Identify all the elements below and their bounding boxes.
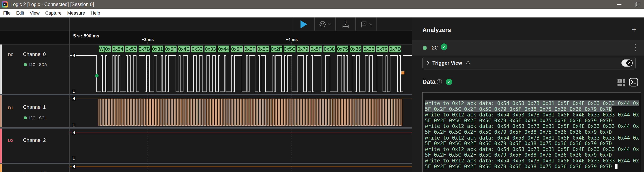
- level-label-h: H: [72, 53, 76, 58]
- timeline-offset-label: 5 s : 590 ms: [73, 33, 99, 39]
- level-label-h: H: [72, 165, 76, 169]
- channel-color-strip: [0, 129, 2, 163]
- title-bar: Logic 2 [Logic - Connected] [Session 0]: [0, 0, 644, 9]
- i2c-decode-bubble[interactable]: 0x5F: [231, 46, 243, 52]
- waveform-canvas: [70, 45, 412, 172]
- channel-name[interactable]: Channel 3: [23, 171, 46, 172]
- i2c-decode-bubble[interactable]: 0x5C: [284, 46, 296, 52]
- play-icon: [300, 20, 307, 28]
- minimize-button[interactable]: [614, 0, 624, 9]
- i2c-decode-bubble[interactable]: 0x53: [125, 46, 137, 52]
- start-capture-button[interactable]: [294, 17, 314, 31]
- i2c-decode-bubble[interactable]: 0x5F: [165, 46, 176, 52]
- terminal-view-icon[interactable]: [629, 78, 638, 86]
- capture-toolbar: 1F 3: [0, 17, 412, 31]
- terminal-entry[interactable]: write to 0x12 ack data: 0x54 0x53 0x7B 0…: [425, 158, 640, 170]
- channel-analyzer-tag: I2C - SCL: [24, 116, 46, 120]
- i2c-decode-bubble[interactable]: 0x54: [112, 46, 124, 52]
- timeline-tick-label: +3 ms: [142, 37, 154, 42]
- menu-file[interactable]: File: [3, 10, 10, 16]
- channel-separator[interactable]: [0, 127, 412, 129]
- terminal-entry[interactable]: write to 0x12 ack data: 0x54 0x53 0x7B 0…: [425, 124, 640, 135]
- analyzer-dot-icon: [24, 116, 27, 119]
- menu-bar: FileEditViewCaptureMeasureHelp: [0, 9, 644, 17]
- level-label-h: H: [72, 96, 76, 101]
- i2c-decode-bubble[interactable]: 0x31: [152, 46, 164, 52]
- terminal-entry[interactable]: write to 0x12 ack data: 0x54 0x53 0x7B 0…: [425, 135, 640, 147]
- annotations-button[interactable]: [356, 17, 376, 31]
- level-label-l: L: [72, 156, 76, 161]
- analyzers-panel: Analyzers + I2C ✓ Trigger View ⚠ ✓ Data …: [412, 17, 644, 172]
- trigger-view-section[interactable]: Trigger View ⚠ ✓: [422, 57, 636, 70]
- i2c-decode-bubble[interactable]: 0x4E: [178, 46, 190, 52]
- i2c-decode-bubble[interactable]: 0x7B: [138, 46, 150, 52]
- channel-color-strip: [0, 45, 2, 94]
- trigger-view-toggle[interactable]: ✓: [622, 60, 633, 67]
- chevron-down-icon: [328, 23, 331, 25]
- table-view-icon[interactable]: [617, 79, 625, 86]
- menu-capture[interactable]: Capture: [45, 10, 62, 16]
- menu-help[interactable]: Help: [91, 10, 100, 16]
- timeline-ruler[interactable]: 5 s : 590 ms +3 ms +4 ms: [0, 31, 412, 44]
- analyzer-color-swatch: [423, 46, 426, 50]
- i2c-decode-bubble[interactable]: 0x36: [363, 46, 375, 52]
- i2c-decode-bubble[interactable]: 0x2F: [271, 46, 282, 52]
- menu-edit[interactable]: Edit: [16, 10, 24, 16]
- analyzer-row-i2c[interactable]: I2C ✓: [412, 40, 644, 56]
- i2c-decode-bubble[interactable]: 0x75: [336, 46, 348, 52]
- i2c-start-marker: [95, 74, 99, 78]
- analyzer-menu-button[interactable]: [635, 44, 636, 52]
- level-label-h: H: [72, 131, 76, 135]
- i2c-decode-bubble[interactable]: 0x36: [350, 46, 362, 52]
- i2c-decode-bubble[interactable]: 0x33: [191, 46, 203, 52]
- restore-button[interactable]: [633, 0, 642, 9]
- i2c-decode-bubble[interactable]: 0x79: [376, 46, 388, 52]
- timeline-tick-label: +4 ms: [286, 37, 298, 42]
- data-terminal[interactable]: write to 0x12 ack data: 0x54 0x53 0x7B 0…: [422, 92, 641, 172]
- channel-id-label: D1: [8, 106, 13, 110]
- i2c-decode-bubble[interactable]: 0x38: [324, 46, 335, 52]
- terminal-entry[interactable]: write to 0x12 ack data: 0x54 0x53 0x7B 0…: [425, 101, 640, 112]
- analyzer-dot-icon: [24, 63, 27, 66]
- timeline-tick: [292, 42, 292, 44]
- i2c-stop-marker: [401, 71, 404, 75]
- analyzer-tag-label: I2C - SCL: [29, 116, 46, 120]
- waveform-view[interactable]: W[0x0x540x530x7B0x310x5F0x4E0x330x330x44…: [70, 45, 412, 172]
- channel-name[interactable]: Channel 1: [23, 104, 46, 110]
- channel-name[interactable]: Channel 2: [23, 137, 46, 143]
- channel-name[interactable]: Channel 0: [23, 51, 46, 57]
- i2c-decode-bubble[interactable]: 0x2F: [244, 46, 256, 52]
- chevron-right-icon: [426, 61, 430, 65]
- hexagon-1f-icon: 1F: [319, 21, 326, 28]
- terminal-entry-text: write to 0x12 ack data: 0x54 0x53 0x7B 0…: [425, 146, 639, 158]
- i2c-decode-bubble[interactable]: 0x79: [297, 46, 309, 52]
- toolbar-divider: [376, 17, 377, 31]
- level-label-l: L: [72, 123, 76, 127]
- terminal-entry[interactable]: write to 0x12 ack data: 0x54 0x53 0x7B 0…: [425, 147, 640, 158]
- capture-mode-button[interactable]: 1F: [315, 17, 335, 31]
- i2c-decode-bubble[interactable]: 0x5C: [257, 46, 269, 52]
- i2c-decode-bubble[interactable]: W[0x: [99, 46, 110, 52]
- add-analyzer-button[interactable]: +: [632, 25, 636, 34]
- analyzers-title: Analyzers: [422, 27, 451, 33]
- i2c-decode-bubble[interactable]: 0x7D: [390, 46, 401, 52]
- logic2-window: Logic 2 [Logic - Connected] [Session 0] …: [0, 0, 644, 172]
- channel-color-strip: [0, 164, 2, 172]
- terminal-entry-text: write to 0x12 ack data: 0x54 0x53 0x7B 0…: [425, 100, 639, 112]
- menu-measure[interactable]: Measure: [67, 10, 85, 16]
- measurements-button[interactable]: 3: [336, 17, 356, 31]
- terminal-entry-text: write to 0x12 ack data: 0x54 0x53 0x7B 0…: [425, 123, 639, 135]
- channel-separator[interactable]: [0, 94, 412, 95]
- channel-color-strip: [0, 95, 2, 127]
- analyzer-tag-label: I2C - SDA: [29, 62, 47, 67]
- i2c-decode-bubble[interactable]: 0x33: [204, 46, 216, 52]
- i2c-decode-bubble[interactable]: 0x44: [218, 46, 229, 52]
- help-icon[interactable]: ?: [437, 79, 442, 85]
- terminal-entry[interactable]: write to 0x12 ack data: 0x54 0x53 0x7B 0…: [425, 112, 640, 124]
- i2c-decode-bubble[interactable]: 0x5F: [310, 46, 322, 52]
- channel-id-label: D0: [8, 52, 13, 57]
- menu-view[interactable]: View: [30, 10, 40, 16]
- terminal-entry-text: write to 0x12 ack data: 0x54 0x53 0x7B 0…: [425, 112, 639, 124]
- channel-separator[interactable]: [0, 163, 412, 164]
- terminal-cursor: [615, 164, 618, 169]
